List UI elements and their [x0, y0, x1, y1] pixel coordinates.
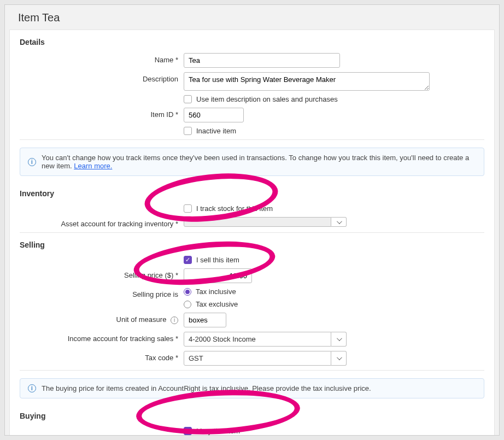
- tax-code-select[interactable]: GST: [184, 351, 331, 366]
- item-card: Details Name * Description Tea for use w…: [9, 30, 495, 436]
- item-id-label: Item ID *: [20, 108, 184, 119]
- use-description-checkbox[interactable]: [184, 95, 192, 103]
- info-icon[interactable]: i: [171, 316, 178, 324]
- section-buying-title: Buying: [20, 404, 484, 427]
- tax-exclusive-label: Tax exclusive: [196, 300, 238, 308]
- inactive-checkbox[interactable]: [184, 127, 192, 135]
- name-label: Name *: [20, 53, 184, 64]
- asset-account-label: Asset account for tracking inventory *: [20, 217, 184, 228]
- page-title: Item Tea: [5, 5, 499, 30]
- sell-item-checkbox[interactable]: ✓: [184, 256, 192, 264]
- sell-item-label: I sell this item: [196, 256, 239, 264]
- tax-inclusive-radio[interactable]: [184, 288, 191, 296]
- income-account-label: Income account for tracking sales *: [20, 332, 184, 343]
- buying-info-banner: i The buying price for items created in …: [20, 378, 484, 398]
- asset-account-dropdown-button: [331, 217, 347, 227]
- buy-item-checkbox[interactable]: ✓: [184, 427, 192, 435]
- tax-exclusive-radio[interactable]: [184, 301, 191, 308]
- divider: [20, 139, 484, 140]
- use-description-label: Use item description on sales and purcha…: [196, 95, 338, 103]
- item-id-input[interactable]: [184, 108, 244, 122]
- asset-account-select: [184, 217, 331, 227]
- track-stock-checkbox[interactable]: [184, 204, 192, 213]
- buy-item-label: I buy this item: [196, 427, 240, 435]
- tax-code-label: Tax code *: [20, 351, 184, 362]
- chevron-down-icon: [337, 356, 341, 360]
- divider: [20, 370, 484, 371]
- name-input[interactable]: [184, 53, 340, 68]
- chevron-down-icon: [337, 337, 341, 341]
- income-account-dropdown-button[interactable]: [331, 332, 347, 347]
- learn-more-link[interactable]: Learn more.: [74, 162, 112, 170]
- info-icon: i: [28, 384, 36, 392]
- section-details-title: Details: [20, 30, 484, 53]
- selling-price-input[interactable]: [184, 268, 252, 283]
- chevron-down-icon: [337, 220, 341, 224]
- inactive-label: Inactive item: [196, 127, 236, 135]
- info-icon: i: [28, 158, 36, 166]
- tax-code-dropdown-button[interactable]: [331, 351, 347, 366]
- description-textarea[interactable]: Tea for use with Spring Water Beverage M…: [184, 72, 430, 91]
- uom-input[interactable]: [184, 313, 226, 327]
- section-selling-title: Selling: [20, 233, 484, 256]
- buying-info-text: The buying price for items created in Ac…: [42, 384, 371, 392]
- uom-label: Unit of measure: [116, 315, 167, 324]
- income-account-select[interactable]: 4-2000 Stock Income: [184, 332, 331, 347]
- track-stock-label: I track stock for this item: [196, 204, 273, 213]
- selling-price-label: Selling price ($) *: [20, 268, 184, 279]
- selling-price-is-label: Selling price is: [20, 288, 184, 298]
- tracking-info-banner: i You can't change how you track items o…: [20, 148, 484, 176]
- section-inventory-title: Inventory: [20, 181, 484, 204]
- tax-inclusive-label: Tax inclusive: [196, 288, 236, 296]
- description-label: Description: [20, 72, 184, 83]
